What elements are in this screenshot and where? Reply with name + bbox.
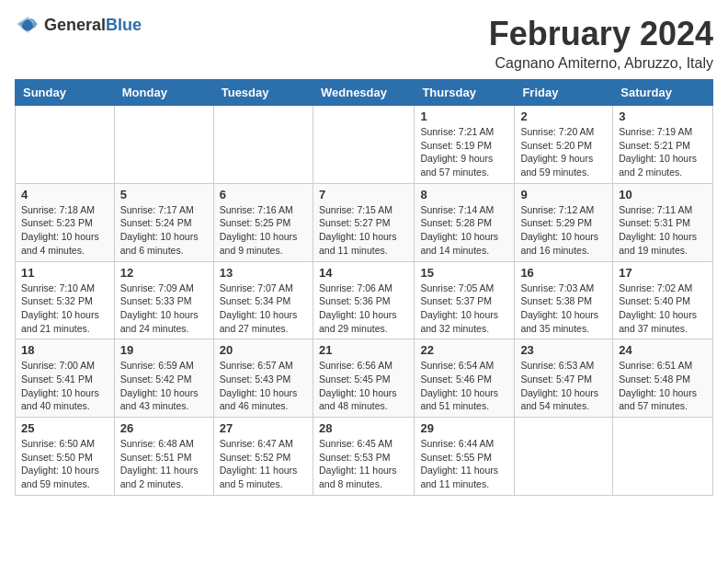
day-info: Sunrise: 6:44 AM Sunset: 5:55 PM Dayligh…	[420, 437, 508, 491]
day-info: Sunrise: 7:05 AM Sunset: 5:37 PM Dayligh…	[420, 282, 508, 336]
logo-blue-text: Blue	[106, 16, 142, 34]
day-number: 4	[21, 188, 108, 201]
day-number: 10	[619, 188, 707, 201]
day-number: 7	[319, 188, 408, 201]
header-wednesday: Wednesday	[313, 80, 414, 106]
title-section: February 2024 Cagnano Amiterno, Abruzzo,…	[489, 15, 713, 72]
day-number: 27	[220, 421, 307, 435]
calendar-cell: 28Sunrise: 6:45 AM Sunset: 5:53 PM Dayli…	[313, 418, 414, 496]
day-number: 24	[619, 343, 707, 357]
calendar-cell	[213, 106, 313, 184]
calendar-cell: 12Sunrise: 7:09 AM Sunset: 5:33 PM Dayli…	[114, 261, 213, 339]
day-info: Sunrise: 7:07 AM Sunset: 5:34 PM Dayligh…	[220, 282, 307, 336]
day-number: 3	[619, 109, 707, 123]
calendar-cell: 23Sunrise: 6:53 AM Sunset: 5:47 PM Dayli…	[515, 339, 613, 418]
day-number: 16	[520, 266, 607, 280]
day-info: Sunrise: 7:12 AM Sunset: 5:29 PM Dayligh…	[520, 203, 607, 258]
calendar-cell: 18Sunrise: 7:00 AM Sunset: 5:41 PM Dayli…	[16, 339, 115, 418]
day-info: Sunrise: 7:09 AM Sunset: 5:33 PM Dayligh…	[120, 282, 208, 336]
day-number: 1	[420, 109, 508, 123]
day-number: 26	[120, 421, 208, 435]
calendar-cell: 5Sunrise: 7:17 AM Sunset: 5:24 PM Daylig…	[114, 183, 213, 261]
calendar-cell	[515, 418, 613, 496]
day-number: 22	[420, 343, 508, 357]
day-number: 19	[120, 343, 208, 357]
day-info: Sunrise: 7:15 AM Sunset: 5:27 PM Dayligh…	[319, 203, 408, 258]
day-number: 14	[319, 266, 408, 280]
day-number: 18	[21, 343, 108, 357]
calendar-cell: 29Sunrise: 6:44 AM Sunset: 5:55 PM Dayli…	[415, 418, 515, 496]
calendar-cell: 17Sunrise: 7:02 AM Sunset: 5:40 PM Dayli…	[613, 261, 713, 339]
calendar-cell: 13Sunrise: 7:07 AM Sunset: 5:34 PM Dayli…	[213, 261, 313, 339]
day-number: 29	[420, 421, 508, 435]
header-saturday: Saturday	[613, 80, 713, 106]
day-info: Sunrise: 6:51 AM Sunset: 5:48 PM Dayligh…	[619, 359, 707, 413]
calendar-cell: 1Sunrise: 7:21 AM Sunset: 5:19 PM Daylig…	[415, 106, 515, 184]
calendar-cell: 26Sunrise: 6:48 AM Sunset: 5:51 PM Dayli…	[114, 418, 213, 496]
calendar-cell: 20Sunrise: 6:57 AM Sunset: 5:43 PM Dayli…	[213, 339, 313, 418]
calendar-cell: 19Sunrise: 6:59 AM Sunset: 5:42 PM Dayli…	[114, 339, 213, 418]
day-number: 5	[120, 188, 208, 201]
day-number: 13	[220, 266, 307, 280]
day-info: Sunrise: 6:47 AM Sunset: 5:52 PM Dayligh…	[220, 437, 307, 491]
day-info: Sunrise: 6:48 AM Sunset: 5:51 PM Dayligh…	[120, 437, 208, 491]
day-info: Sunrise: 6:56 AM Sunset: 5:45 PM Dayligh…	[319, 359, 408, 413]
calendar-week-row: 11Sunrise: 7:10 AM Sunset: 5:32 PM Dayli…	[16, 261, 713, 339]
calendar-cell: 10Sunrise: 7:11 AM Sunset: 5:31 PM Dayli…	[613, 183, 713, 261]
header-tuesday: Tuesday	[213, 80, 313, 106]
calendar-cell: 16Sunrise: 7:03 AM Sunset: 5:38 PM Dayli…	[515, 261, 613, 339]
calendar-cell: 22Sunrise: 6:54 AM Sunset: 5:46 PM Dayli…	[415, 339, 515, 418]
day-info: Sunrise: 7:03 AM Sunset: 5:38 PM Dayligh…	[520, 282, 607, 336]
day-info: Sunrise: 7:02 AM Sunset: 5:40 PM Dayligh…	[619, 282, 707, 336]
day-number: 15	[420, 266, 508, 280]
header-friday: Friday	[515, 80, 613, 106]
day-info: Sunrise: 7:17 AM Sunset: 5:24 PM Dayligh…	[120, 203, 208, 258]
calendar-cell	[613, 418, 713, 496]
day-info: Sunrise: 7:18 AM Sunset: 5:23 PM Dayligh…	[21, 203, 108, 258]
calendar-week-row: 25Sunrise: 6:50 AM Sunset: 5:50 PM Dayli…	[16, 418, 713, 496]
calendar-cell: 8Sunrise: 7:14 AM Sunset: 5:28 PM Daylig…	[415, 183, 515, 261]
calendar-cell: 7Sunrise: 7:15 AM Sunset: 5:27 PM Daylig…	[313, 183, 414, 261]
calendar-cell: 2Sunrise: 7:20 AM Sunset: 5:20 PM Daylig…	[515, 106, 613, 184]
day-info: Sunrise: 6:54 AM Sunset: 5:46 PM Dayligh…	[420, 359, 508, 413]
calendar-cell: 4Sunrise: 7:18 AM Sunset: 5:23 PM Daylig…	[16, 183, 115, 261]
calendar-cell: 25Sunrise: 6:50 AM Sunset: 5:50 PM Dayli…	[16, 418, 115, 496]
day-info: Sunrise: 7:19 AM Sunset: 5:21 PM Dayligh…	[619, 125, 707, 179]
day-info: Sunrise: 6:45 AM Sunset: 5:53 PM Dayligh…	[319, 437, 408, 491]
day-info: Sunrise: 7:06 AM Sunset: 5:36 PM Dayligh…	[319, 282, 408, 336]
logo-icon	[15, 15, 40, 35]
day-info: Sunrise: 7:00 AM Sunset: 5:41 PM Dayligh…	[21, 359, 108, 413]
location-title: Cagnano Amiterno, Abruzzo, Italy	[489, 55, 713, 72]
month-title: February 2024	[489, 15, 713, 53]
day-number: 25	[21, 421, 108, 435]
day-info: Sunrise: 6:50 AM Sunset: 5:50 PM Dayligh…	[21, 437, 108, 491]
day-number: 20	[220, 343, 307, 357]
logo: GeneralBlue	[15, 15, 142, 35]
logo-general-text: General	[44, 16, 106, 34]
header-thursday: Thursday	[415, 80, 515, 106]
day-info: Sunrise: 6:53 AM Sunset: 5:47 PM Dayligh…	[520, 359, 607, 413]
calendar-cell: 11Sunrise: 7:10 AM Sunset: 5:32 PM Dayli…	[16, 261, 115, 339]
calendar-cell: 24Sunrise: 6:51 AM Sunset: 5:48 PM Dayli…	[613, 339, 713, 418]
day-number: 11	[21, 266, 108, 280]
calendar-week-row: 4Sunrise: 7:18 AM Sunset: 5:23 PM Daylig…	[16, 183, 713, 261]
calendar-cell: 15Sunrise: 7:05 AM Sunset: 5:37 PM Dayli…	[415, 261, 515, 339]
calendar-cell: 14Sunrise: 7:06 AM Sunset: 5:36 PM Dayli…	[313, 261, 414, 339]
calendar-cell: 3Sunrise: 7:19 AM Sunset: 5:21 PM Daylig…	[613, 106, 713, 184]
day-number: 28	[319, 421, 408, 435]
day-number: 17	[619, 266, 707, 280]
day-info: Sunrise: 7:20 AM Sunset: 5:20 PM Dayligh…	[520, 125, 607, 179]
calendar-cell: 6Sunrise: 7:16 AM Sunset: 5:25 PM Daylig…	[213, 183, 313, 261]
day-number: 2	[520, 109, 607, 123]
page-header: GeneralBlue February 2024 Cagnano Amiter…	[15, 15, 713, 72]
day-info: Sunrise: 7:21 AM Sunset: 5:19 PM Dayligh…	[420, 125, 508, 179]
day-info: Sunrise: 7:10 AM Sunset: 5:32 PM Dayligh…	[21, 282, 108, 336]
header-monday: Monday	[114, 80, 213, 106]
calendar-cell	[114, 106, 213, 184]
day-info: Sunrise: 6:59 AM Sunset: 5:42 PM Dayligh…	[120, 359, 208, 413]
calendar-cell	[313, 106, 414, 184]
day-number: 9	[520, 188, 607, 201]
day-info: Sunrise: 7:16 AM Sunset: 5:25 PM Dayligh…	[220, 203, 307, 258]
day-info: Sunrise: 7:14 AM Sunset: 5:28 PM Dayligh…	[420, 203, 508, 258]
calendar-cell	[16, 106, 115, 184]
